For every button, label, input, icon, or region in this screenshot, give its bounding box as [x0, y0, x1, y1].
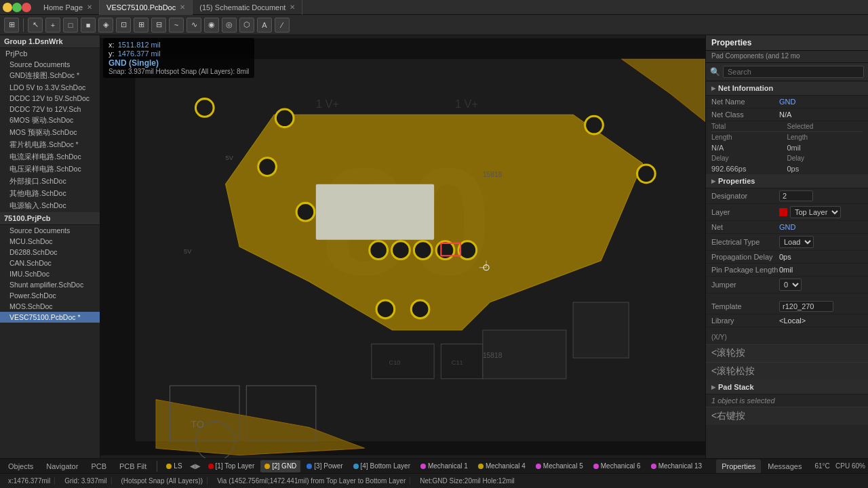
panel-item[interactable]: 霍片机电路.SchDoc *	[0, 139, 100, 151]
jumper-select[interactable]: 0	[779, 279, 802, 291]
tb-text-btn[interactable]: A	[257, 18, 272, 33]
tb-via-btn[interactable]: ⊟	[151, 18, 166, 33]
panel-item[interactable]: Source Documents	[0, 225, 100, 236]
pad-stack-section[interactable]: ▶ Pad Stack	[706, 380, 868, 394]
left-panel: Group 1.DsnWrkPrjPcbSource DocumentsGND连…	[0, 35, 100, 458]
layer-mech4[interactable]: Mechanical 4	[474, 460, 530, 472]
tb-poly-btn[interactable]: ◈	[98, 18, 113, 33]
group-header[interactable]: 75100.PrjPcb	[0, 212, 100, 225]
mech1-label: Mechanical 1	[428, 462, 468, 470]
tb-bus-btn[interactable]: □	[63, 18, 78, 33]
svg-point-15	[195, 99, 214, 117]
panel-item[interactable]: IMU.SchDoc	[0, 268, 100, 279]
svg-point-16	[275, 109, 294, 127]
tb-route-btn[interactable]: ⊞	[4, 18, 19, 33]
ls-dot	[166, 464, 172, 469]
panel-item[interactable]: GND连接图.SchDoc *	[0, 70, 100, 82]
tb-pad-btn[interactable]: ⊞	[134, 18, 149, 33]
sys-tray-info: 61°C CPU 60%	[814, 462, 865, 470]
group-header[interactable]: Group 1.DsnWrk	[0, 35, 100, 48]
net-information-section[interactable]: ▶ Net Information	[706, 81, 868, 96]
panel-item[interactable]: MOS 预驱动.SchDoc	[0, 127, 100, 139]
tab-properties[interactable]: Properties	[716, 460, 761, 473]
layer-select[interactable]: Top Layer	[790, 206, 841, 218]
panel-item[interactable]: DCDC 12V to 5V.SchDoc	[0, 93, 100, 104]
layer-mech13[interactable]: Mechanical 13	[647, 460, 706, 472]
panel-item[interactable]: MCU.SchDoc	[0, 236, 100, 247]
title-tab-home[interactable]: Home Page✕	[37, 0, 100, 15]
panel-item[interactable]: 电源输入.SchDoc	[0, 200, 100, 212]
layer-mech6[interactable]: Mechanical 6	[589, 460, 645, 472]
net-class-row: Net Class N/A	[706, 108, 868, 121]
tb-wave-btn[interactable]: ∿	[186, 18, 201, 33]
panel-item[interactable]: D6288.SchDoc	[0, 247, 100, 258]
layer-row: Layer Top Layer	[706, 204, 868, 221]
tab-navigator[interactable]: Navigator	[41, 460, 83, 473]
mech13-label: Mechanical 13	[658, 462, 702, 470]
tb-3d-btn[interactable]: ◎	[222, 18, 237, 33]
mech6-dot	[593, 464, 599, 469]
title-tab-schematic[interactable]: (15) Schematic Document✕	[193, 0, 302, 15]
panel-item[interactable]: PrjPcb	[0, 48, 100, 59]
tab-close-schematic[interactable]: ✕	[290, 3, 295, 11]
tb-wire-btn[interactable]: +	[45, 18, 60, 33]
panel-item[interactable]: Power.SchDoc	[0, 290, 100, 301]
mech13-dot	[651, 464, 656, 469]
panel-item[interactable]: Source Documents	[0, 59, 100, 70]
template-input[interactable]	[779, 301, 833, 312]
tab-pcb-filt[interactable]: PCB Filt	[114, 460, 152, 473]
mech4-dot	[478, 464, 484, 469]
layer-bottom[interactable]: [4] Bottom Layer	[349, 460, 414, 472]
svg-text:TO: TO	[191, 419, 204, 430]
layer-bar: Objects Navigator PCB PCB Filt LS ◀▶ [1]…	[0, 458, 868, 473]
tb-comp-btn[interactable]: ◉	[204, 18, 219, 33]
panel-item[interactable]: 外部接口.SchDoc	[0, 176, 100, 188]
panel-item[interactable]: LDO 5V to 3.3V.SchDoc	[0, 82, 100, 93]
panel-item[interactable]: VESC75100.PcbDoc *	[0, 312, 100, 323]
net-row: Net GND	[706, 221, 868, 234]
designator-input[interactable]	[779, 190, 813, 201]
win-btn-min[interactable]	[3, 3, 12, 12]
layer-top[interactable]: [1] Top Layer	[204, 460, 259, 472]
panel-item[interactable]: 其他电路.SchDoc	[0, 188, 100, 200]
prop-delay-value: 0ps	[779, 253, 863, 261]
search-icon: 🔍	[710, 67, 720, 77]
tb-select-btn[interactable]: ↖	[28, 18, 43, 33]
tab-objects[interactable]: Objects	[3, 460, 39, 473]
layer-ls[interactable]: LS	[162, 460, 186, 472]
selected-header: Selected	[787, 121, 863, 132]
win-btn-max[interactable]	[12, 3, 22, 12]
net-table-headers: Total Selected	[706, 121, 868, 132]
layer-mech1[interactable]: Mechanical 1	[416, 460, 472, 472]
panel-item[interactable]: Shunt amplifier.SchDoc	[0, 279, 100, 290]
panel-item[interactable]: MOS.SchDoc	[0, 301, 100, 312]
tab-messages[interactable]: Messages	[762, 460, 807, 473]
tb-hex-btn[interactable]: ⬡	[239, 18, 254, 33]
layer-mech5[interactable]: Mechanical 5	[532, 460, 587, 472]
tab-pcb[interactable]: PCB	[85, 460, 112, 473]
layer-power[interactable]: [3] Power	[302, 460, 347, 472]
electrical-type-select[interactable]: Load	[779, 236, 814, 248]
svg-rect-7	[316, 184, 434, 240]
tb-fill-btn[interactable]: ■	[81, 18, 96, 33]
panel-item[interactable]: DCDC 72V to 12V.Sch	[0, 104, 100, 115]
panel-item[interactable]: CAN.SchDoc	[0, 258, 100, 268]
panel-item[interactable]: 电压采样电路.SchDoc	[0, 163, 100, 176]
panel-item[interactable]: 6MOS 驱动.SchDoc	[0, 115, 100, 127]
canvas-area[interactable]: 80 1 V+ 1 V+	[100, 35, 705, 458]
title-tab-pcb[interactable]: VESC75100.PcbDoc✕	[100, 0, 193, 15]
tab-close-home[interactable]: ✕	[87, 3, 92, 11]
tb-meas-btn[interactable]: ⁄	[275, 18, 290, 33]
svg-text:C10: C10	[389, 359, 400, 366]
search-input[interactable]	[723, 66, 864, 78]
tb-dim-btn[interactable]: ⊡	[116, 18, 131, 33]
tab-close-pcb[interactable]: ✕	[180, 3, 185, 11]
net-name-row: Net Name GND	[706, 96, 868, 108]
total-delay-label: Delay	[711, 153, 787, 163]
win-btn-close[interactable]	[22, 3, 31, 12]
properties-section-header[interactable]: ▶ Properties	[706, 174, 868, 188]
selected-delay-value: 0ps	[787, 163, 863, 174]
layer-gnd[interactable]: [2] GND	[260, 460, 300, 472]
tb-arc-btn[interactable]: ~	[169, 18, 184, 33]
panel-item[interactable]: 电流采样电路.SchDoc	[0, 151, 100, 163]
